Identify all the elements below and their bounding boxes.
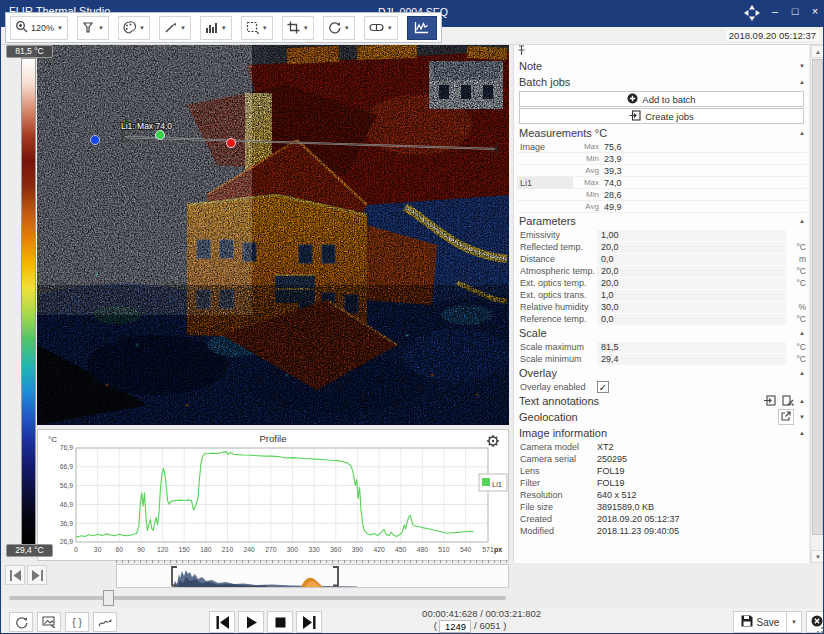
palette-button[interactable]: ▼ — [118, 16, 150, 40]
span-right-bracket[interactable] — [333, 567, 338, 586]
goto-first-frame-button[interactable] — [5, 565, 25, 585]
resize-grip[interactable] — [816, 626, 824, 634]
measure-stat: Avg — [573, 202, 599, 211]
measurement-tool-button[interactable]: ▼ — [159, 16, 191, 40]
section-header-image-information[interactable]: Image information ▲ — [514, 425, 809, 441]
image-information-table: Camera modelXT2 Camera serial250295 Lens… — [514, 441, 809, 537]
svg-text:480: 480 — [417, 546, 429, 553]
param-label: Ext. optics trans. — [517, 290, 597, 300]
loop-button[interactable] — [9, 612, 33, 632]
thermal-image-canvas[interactable]: Li1: Max 74,0 — [37, 45, 509, 425]
section-title: Text annotations — [519, 395, 599, 407]
chart-legend: Li1 — [479, 474, 507, 491]
chevron-up-icon: ▲ — [799, 330, 805, 336]
measure-name — [517, 153, 573, 165]
plot-button[interactable] — [407, 16, 437, 40]
scrollbar-thumb[interactable] — [812, 59, 823, 535]
import-annotation-icon[interactable] — [763, 395, 776, 408]
chart-title: Profile — [260, 433, 287, 444]
section-header-overlay[interactable]: Overlay ▲ — [514, 365, 809, 381]
selection-button[interactable]: ▼ — [241, 16, 273, 40]
braces-metadata-button[interactable]: { } — [65, 612, 89, 632]
section-header-parameters[interactable]: Parameters ▲ — [514, 213, 809, 229]
scroll-down-icon[interactable]: ▼ — [811, 550, 824, 563]
param-label: Reference temp. — [517, 314, 597, 324]
legend-swatch — [482, 478, 490, 486]
chart-settings-gear-icon[interactable] — [487, 435, 499, 447]
move-icon[interactable] — [743, 4, 761, 22]
color-distribution-button[interactable]: ▼ — [77, 16, 109, 40]
rotate-button[interactable]: ▼ — [323, 16, 355, 40]
signature-button[interactable] — [93, 612, 117, 632]
min-marker-dot[interactable] — [91, 136, 100, 145]
zoom-dropdown[interactable]: 120% ▼ — [10, 16, 68, 40]
section-header-note[interactable]: Note ▼ — [514, 58, 809, 74]
param-value-field[interactable]: 20,0 — [597, 242, 786, 253]
param-value-field[interactable]: 20,0 — [597, 266, 786, 277]
histogram-button[interactable]: ▼ — [200, 16, 232, 40]
right-panel: Note ▼ Batch jobs ▲ Add to batch Create … — [513, 45, 809, 563]
param-value-field[interactable]: 20,0 — [597, 278, 786, 289]
export-frame-button[interactable] — [37, 612, 61, 632]
maximize-icon[interactable]: □ — [785, 1, 805, 21]
table-row: Li1Max74,0 — [517, 177, 806, 189]
seek-slider-track[interactable] — [9, 596, 506, 600]
param-label: Reflected temp. — [517, 242, 597, 252]
param-value-field[interactable]: 0,0 — [597, 254, 786, 265]
table-row: Created2018.09.20 05:12:37 — [517, 513, 806, 525]
max-marker-dot[interactable] — [227, 139, 236, 148]
profile-panel: °C Profile 26,936,946,956,966,976,903060… — [37, 429, 509, 561]
param-value-field[interactable]: 0,0 — [597, 314, 786, 325]
scale-unit: °C — [786, 342, 806, 352]
section-header-batch-jobs[interactable]: Batch jobs ▲ — [514, 74, 809, 90]
param-value-field[interactable]: 30,0 — [597, 302, 786, 313]
section-header-scale[interactable]: Scale ▲ — [514, 325, 809, 341]
overlay-enabled-checkbox[interactable]: ✓ — [597, 381, 609, 393]
open-map-icon[interactable] — [778, 409, 794, 425]
minimize-icon[interactable]: – — [765, 1, 785, 21]
section-header-measurements[interactable]: Measurements °C ▲ — [514, 125, 809, 141]
add-to-batch-button[interactable]: Add to batch — [519, 91, 804, 107]
scale-min-badge: 29,4 °C — [6, 544, 53, 557]
measure-name — [517, 189, 573, 201]
save-button[interactable]: Save — [733, 611, 787, 633]
frame-number-input[interactable] — [439, 620, 471, 633]
save-options-dropdown[interactable]: ▼ — [787, 611, 802, 633]
scroll-up-icon[interactable]: ▲ — [811, 45, 824, 58]
table-row: Camera modelXT2 — [517, 441, 806, 453]
fusion-button[interactable]: ▼ — [364, 16, 398, 40]
edit-annotation-icon[interactable] — [782, 395, 794, 408]
play-button[interactable] — [238, 611, 264, 633]
svg-text:330: 330 — [308, 546, 320, 553]
close-icon[interactable]: × — [805, 1, 824, 21]
param-label: Atmospheric temp. — [517, 266, 597, 276]
goto-last-frame-button[interactable] — [27, 565, 47, 585]
param-value-field[interactable]: 1,0 — [597, 290, 786, 301]
skip-to-start-button[interactable] — [209, 611, 235, 633]
line-endpoint-dot[interactable] — [156, 131, 165, 140]
table-row: Min23,9 — [517, 153, 806, 165]
chevron-up-icon: ▲ — [799, 130, 805, 136]
create-jobs-button[interactable]: Create jobs — [519, 108, 804, 124]
parameters-table: Emissivity1,00 Reflected temp.20,0°C Dis… — [514, 229, 809, 325]
crop-button[interactable]: ▼ — [282, 16, 314, 40]
section-header-text-annotations[interactable]: Text annotations ▲ — [514, 393, 809, 409]
scale-value-field[interactable]: 29,4 — [597, 354, 786, 365]
table-row: Reflected temp.20,0°C — [517, 241, 806, 253]
scale-value-field[interactable]: 81,5 — [597, 342, 786, 353]
stop-button[interactable] — [267, 611, 293, 633]
pin-icon[interactable] — [517, 47, 526, 58]
param-value-field[interactable]: 1,00 — [597, 230, 786, 241]
frame-prefix: ( — [434, 620, 437, 631]
skip-to-end-button[interactable] — [296, 611, 322, 633]
measurements-table: ImageMax75,6 Min23,9 Avg39,3 Li1Max74,0 … — [514, 141, 809, 213]
seek-slider-handle[interactable] — [103, 590, 114, 606]
span-histogram-strip[interactable] — [116, 564, 509, 588]
section-header-geolocation[interactable]: Geolocation ▼ — [514, 409, 809, 425]
param-label: Ext. optics temp. — [517, 278, 597, 288]
toolbar: 120% ▼ ▼ ▼ ▼ ▼ ▼ ▼ ▼ — [5, 12, 442, 43]
info-label: Camera model — [517, 442, 597, 452]
panel-scrollbar[interactable]: ▲ ▼ — [810, 45, 824, 563]
table-row: Resolution640 x 512 — [517, 489, 806, 501]
chevron-down-icon: ▼ — [139, 25, 145, 31]
